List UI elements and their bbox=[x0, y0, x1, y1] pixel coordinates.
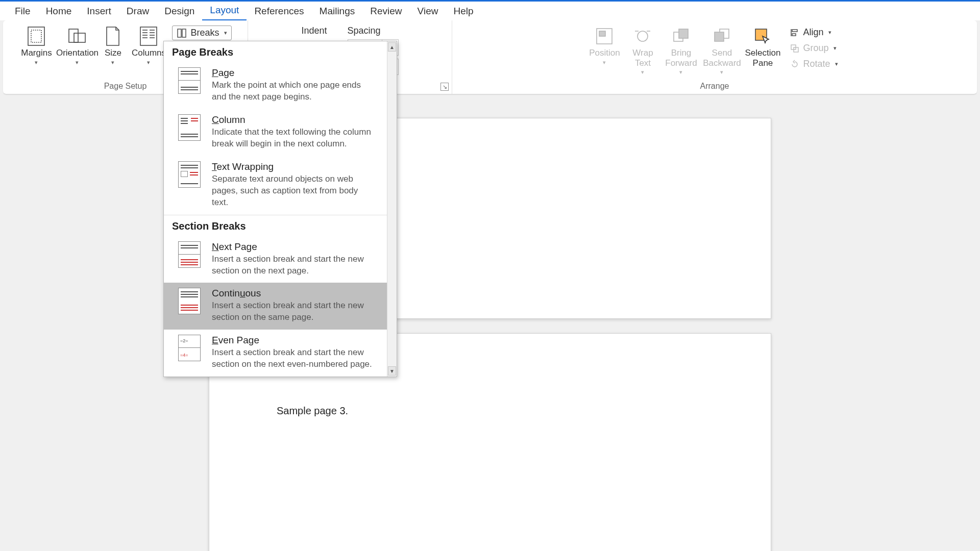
group-button: Group▾ bbox=[786, 41, 842, 55]
size-button[interactable]: Size ▾ bbox=[97, 23, 128, 66]
page-breaks-header: Page Breaks bbox=[164, 41, 387, 62]
break-even-page[interactable]: =2= =4= Even Page Insert a section break… bbox=[164, 330, 387, 377]
svg-rect-26 bbox=[792, 34, 796, 36]
paragraph-dialog-launcher[interactable]: ↘ bbox=[440, 83, 449, 91]
ribbon: Margins ▾ Orientation ▾ Size ▾ bbox=[3, 20, 977, 94]
menu-design[interactable]: Design bbox=[157, 2, 202, 20]
align-icon bbox=[790, 28, 799, 37]
section-breaks-header: Section Breaks bbox=[164, 215, 387, 236]
break-continuous[interactable]: Continuous Insert a section break and st… bbox=[164, 283, 387, 330]
scroll-down-icon[interactable]: ▼ bbox=[388, 366, 396, 375]
svg-rect-14 bbox=[182, 29, 186, 37]
menu-file[interactable]: File bbox=[7, 2, 38, 20]
chevron-down-icon: ▾ bbox=[641, 69, 644, 76]
wrap-text-icon bbox=[632, 26, 653, 47]
group-label: Arrange bbox=[700, 82, 729, 93]
menu-help[interactable]: Help bbox=[446, 2, 481, 20]
continuous-break-icon bbox=[178, 288, 201, 314]
chevron-down-icon: ▾ bbox=[35, 59, 38, 66]
dropdown-scrollbar[interactable]: ▲ ▼ bbox=[387, 41, 397, 377]
send-backward-icon bbox=[711, 26, 732, 47]
even-page-break-icon: =2= =4= bbox=[178, 335, 201, 361]
position-icon bbox=[594, 26, 615, 47]
columns-icon bbox=[138, 26, 159, 47]
svg-rect-3 bbox=[74, 33, 85, 42]
breaks-icon bbox=[177, 28, 187, 38]
menu-review[interactable]: Review bbox=[362, 2, 409, 20]
align-button[interactable]: Align▾ bbox=[786, 26, 842, 39]
page-break-icon bbox=[178, 67, 201, 94]
menu-references[interactable]: References bbox=[247, 2, 311, 20]
svg-rect-20 bbox=[679, 29, 688, 38]
chevron-down-icon: ▾ bbox=[828, 29, 831, 36]
group-label: Page Setup bbox=[104, 82, 147, 93]
chevron-down-icon: ▾ bbox=[603, 59, 606, 66]
rotate-icon bbox=[790, 60, 799, 69]
rotate-button: Rotate▾ bbox=[786, 57, 842, 71]
svg-rect-25 bbox=[792, 30, 797, 32]
selection-pane-icon bbox=[752, 26, 773, 47]
indent-label: Indent bbox=[301, 26, 327, 36]
chevron-down-icon: ▾ bbox=[147, 59, 150, 66]
margins-button[interactable]: Margins ▾ bbox=[16, 23, 57, 66]
chevron-down-icon: ▾ bbox=[835, 61, 838, 67]
chevron-down-icon: ▾ bbox=[76, 59, 79, 66]
svg-rect-22 bbox=[715, 32, 724, 41]
group-icon bbox=[790, 44, 799, 53]
menu-draw[interactable]: Draw bbox=[119, 2, 157, 20]
menu-layout[interactable]: Layout bbox=[202, 1, 247, 21]
chevron-down-icon: ▾ bbox=[720, 69, 723, 76]
bring-forward-icon bbox=[670, 26, 692, 47]
menu-mailings[interactable]: Mailings bbox=[312, 2, 363, 20]
svg-rect-2 bbox=[69, 29, 78, 42]
chevron-down-icon: ▾ bbox=[111, 59, 114, 66]
wrap-text-button: Wrap Text ▾ bbox=[625, 23, 660, 76]
svg-rect-1 bbox=[31, 30, 41, 42]
break-column[interactable]: Column Indicate that the text following … bbox=[164, 109, 387, 156]
send-backward-button: Send Backward ▾ bbox=[701, 23, 742, 76]
size-icon bbox=[102, 26, 124, 47]
selection-pane-button[interactable]: Selection Pane bbox=[742, 23, 783, 68]
page-text: Sample page 3. bbox=[277, 405, 771, 417]
document-area: Sample page 3. bbox=[0, 94, 980, 551]
menu-view[interactable]: View bbox=[410, 2, 446, 20]
svg-rect-16 bbox=[599, 31, 605, 36]
spacing-label: Spacing bbox=[348, 26, 399, 36]
svg-rect-13 bbox=[178, 29, 181, 37]
menu-bar: File Home Insert Draw Design Layout Refe… bbox=[0, 0, 980, 20]
column-break-icon bbox=[178, 114, 201, 141]
menu-insert[interactable]: Insert bbox=[79, 2, 119, 20]
position-button: Position ▾ bbox=[584, 23, 625, 66]
orientation-icon bbox=[66, 26, 88, 47]
bring-forward-button: Bring Forward ▾ bbox=[660, 23, 701, 76]
breaks-button[interactable]: Breaks ▾ bbox=[172, 26, 231, 40]
breaks-dropdown: Page Breaks Page Mark the point at which… bbox=[163, 41, 397, 377]
menu-home[interactable]: Home bbox=[38, 2, 80, 20]
break-page[interactable]: Page Mark the point at which one page en… bbox=[164, 62, 387, 109]
scroll-up-icon[interactable]: ▲ bbox=[388, 42, 396, 52]
margins-icon bbox=[26, 26, 47, 47]
break-text-wrapping[interactable]: Text Wrapping Separate text around objec… bbox=[164, 156, 387, 215]
text-wrapping-break-icon bbox=[178, 161, 201, 188]
break-next-page[interactable]: Next Page Insert a section break and sta… bbox=[164, 236, 387, 283]
chevron-down-icon: ▾ bbox=[224, 30, 227, 36]
next-page-break-icon bbox=[178, 241, 201, 268]
group-arrange: Position ▾ Wrap Text ▾ Bring Forward ▾ S… bbox=[452, 20, 977, 94]
chevron-down-icon: ▾ bbox=[679, 69, 682, 76]
orientation-button[interactable]: Orientation ▾ bbox=[57, 23, 97, 66]
chevron-down-icon: ▾ bbox=[834, 45, 837, 52]
